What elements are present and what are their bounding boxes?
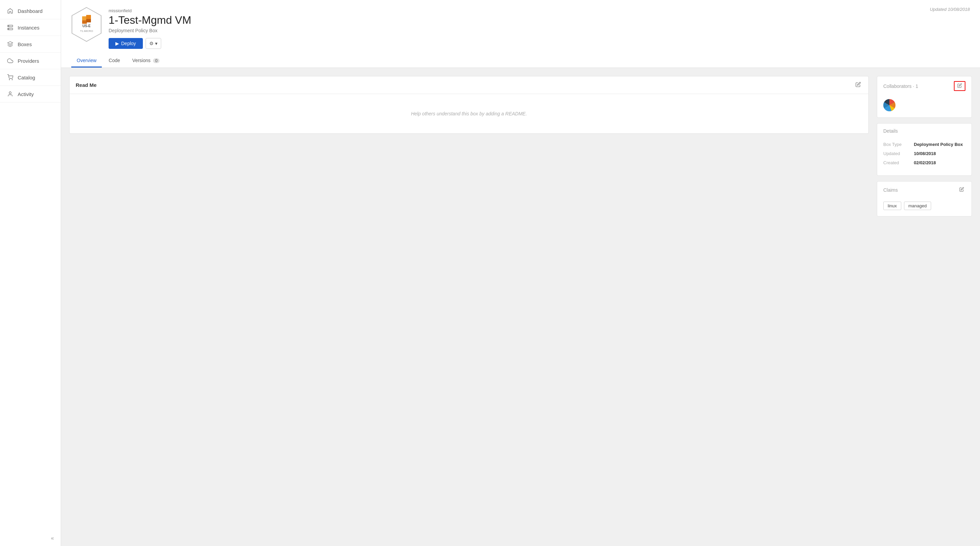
details-card: Details Box Type Deployment Policy Box U… (877, 123, 972, 176)
detail-value-updated: 10/08/2018 (914, 151, 936, 156)
cart-icon (7, 74, 14, 81)
detail-label-created: Created (883, 160, 914, 165)
box-subtitle: Deployment Policy Box (108, 28, 191, 33)
sidebar-item-activity[interactable]: Activity (0, 86, 61, 102)
details-header: Details (877, 124, 972, 138)
main-content: US-E T1.MICRO missionfield (61, 0, 980, 546)
updated-timestamp: Updated 10/08/2018 (930, 7, 970, 12)
main-column: Read Me Help others understand this box … (69, 76, 869, 538)
claim-tag-linux: linux (883, 202, 901, 210)
claims-body: linux managed (877, 198, 972, 216)
gear-settings-button[interactable]: ⚙ ▾ (146, 38, 161, 49)
svg-point-3 (8, 29, 9, 30)
box-hex-icon: US-E T1.MICRO (71, 7, 102, 42)
sidebar-label-dashboard: Dashboard (18, 8, 42, 14)
home-icon (7, 8, 14, 14)
details-body: Box Type Deployment Policy Box Updated 1… (877, 138, 972, 175)
sidebar-item-dashboard[interactable]: Dashboard (0, 3, 61, 19)
detail-label-updated: Updated (883, 151, 914, 156)
sidebar-collapse-button[interactable]: « (0, 530, 61, 546)
readme-title: Read Me (76, 82, 97, 88)
svg-rect-11 (86, 15, 91, 20)
deploy-button[interactable]: ▶ Deploy (108, 38, 143, 49)
details-title: Details (883, 128, 898, 134)
readme-edit-button[interactable] (854, 81, 862, 89)
tab-code[interactable]: Code (103, 54, 125, 67)
tab-versions[interactable]: Versions 0 (127, 54, 165, 67)
detail-value-boxtype: Deployment Policy Box (914, 142, 963, 147)
side-column: Collaborators · 1 (877, 76, 972, 538)
claims-header: Claims (877, 181, 972, 198)
collaborators-header: Collaborators · 1 (877, 76, 972, 96)
readme-card: Read Me Help others understand this box … (69, 76, 869, 134)
sidebar-item-boxes[interactable]: Boxes (0, 36, 61, 53)
sidebar-label-instances: Instances (18, 25, 39, 30)
claims-edit-button[interactable] (958, 186, 966, 193)
detail-row-updated: Updated 10/08/2018 (883, 151, 966, 156)
header-top: US-E T1.MICRO missionfield (71, 7, 970, 49)
collaborators-card: Collaborators · 1 (877, 76, 972, 118)
svg-point-4 (9, 80, 10, 80)
collaborators-body (877, 96, 972, 118)
header-left: US-E T1.MICRO missionfield (71, 7, 191, 49)
collaborator-avatar (883, 99, 896, 111)
box-icon (7, 41, 14, 48)
sidebar-label-catalog: Catalog (18, 75, 35, 80)
claim-tag-managed: managed (904, 202, 931, 210)
svg-rect-10 (82, 16, 87, 21)
readme-header: Read Me (70, 76, 869, 94)
svg-point-2 (8, 26, 9, 27)
cloud-icon (7, 57, 14, 64)
box-info: missionfield 1-Test-Mgmd VM Deployment P… (108, 7, 191, 49)
sidebar-label-providers: Providers (18, 58, 39, 64)
sidebar-item-instances[interactable]: Instances (0, 19, 61, 36)
box-owner: missionfield (108, 8, 191, 13)
gear-icon: ⚙ (149, 41, 154, 46)
svg-rect-12 (82, 21, 87, 24)
tab-bar: Overview Code Versions 0 (71, 54, 970, 67)
detail-row-created: Created 02/02/2018 (883, 160, 966, 165)
svg-rect-13 (86, 19, 91, 22)
sidebar-label-activity: Activity (18, 91, 34, 97)
detail-row-boxtype: Box Type Deployment Policy Box (883, 142, 966, 147)
page-header: US-E T1.MICRO missionfield (61, 0, 980, 68)
sidebar-label-boxes: Boxes (18, 41, 32, 47)
tab-overview[interactable]: Overview (71, 54, 102, 67)
header-actions: ▶ Deploy ⚙ ▾ (108, 38, 191, 49)
claims-title: Claims (883, 187, 898, 193)
server-icon (7, 24, 14, 31)
sidebar-item-catalog[interactable]: Catalog (0, 69, 61, 86)
content-area: Read Me Help others understand this box … (61, 68, 980, 546)
svg-text:US-E: US-E (83, 24, 91, 28)
svg-point-5 (12, 80, 13, 80)
claims-card: Claims linux managed (877, 181, 972, 216)
chevron-down-icon: ▾ (155, 41, 158, 46)
svg-point-6 (9, 92, 11, 94)
person-icon (7, 91, 14, 97)
collaborators-title: Collaborators · 1 (883, 83, 918, 89)
sidebar: Dashboard Instances Boxes (0, 0, 61, 546)
svg-text:T1.MICRO: T1.MICRO (80, 30, 93, 33)
readme-body: Help others understand this box by addin… (70, 94, 869, 134)
detail-value-created: 02/02/2018 (914, 160, 936, 165)
play-icon: ▶ (115, 41, 119, 46)
collaborators-edit-button[interactable] (954, 81, 966, 91)
sidebar-item-providers[interactable]: Providers (0, 53, 61, 69)
page-title: 1-Test-Mgmd VM (108, 14, 191, 27)
detail-label-boxtype: Box Type (883, 142, 914, 147)
readme-placeholder: Help others understand this box by addin… (76, 101, 862, 127)
versions-badge: 0 (153, 58, 159, 63)
